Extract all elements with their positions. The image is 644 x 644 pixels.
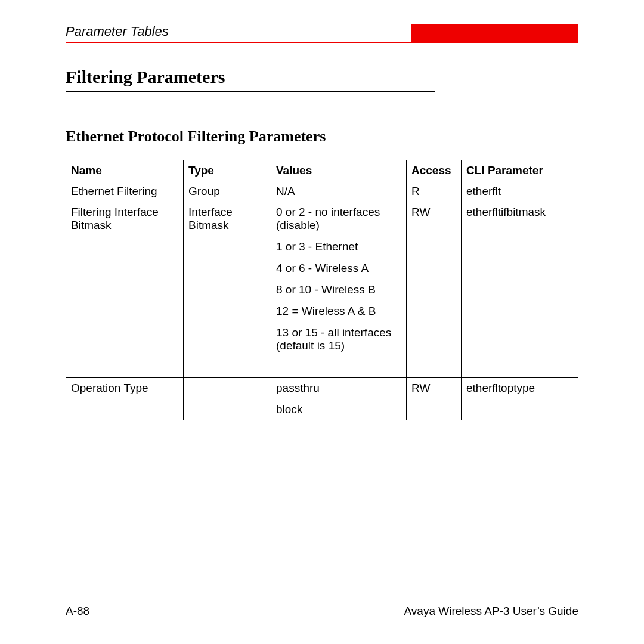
- col-header-values: Values: [271, 160, 407, 181]
- page-header: Parameter Tables: [66, 24, 578, 43]
- col-header-cli: CLI Parameter: [462, 160, 578, 181]
- page-title: Filtering Parameters: [66, 67, 435, 92]
- cell-type: Group: [184, 181, 271, 202]
- cell-access: RW: [407, 202, 462, 378]
- value-line: 1 or 3 - Ethernet: [276, 240, 401, 253]
- table-header-row: Name Type Values Access CLI Parameter: [66, 160, 578, 181]
- section-title: Parameter Tables: [66, 24, 169, 42]
- value-line: 12 = Wireless A & B: [276, 305, 401, 318]
- cell-access: RW: [407, 378, 462, 420]
- cell-cli: etherfltoptype: [462, 378, 578, 420]
- value-line: 13 or 15 - all interfaces (default is 15…: [276, 326, 401, 352]
- cell-name: Filtering Interface Bitmask: [66, 202, 184, 378]
- page-footer: A-88 Avaya Wireless AP-3 User’s Guide: [66, 605, 578, 618]
- col-header-name: Name: [66, 160, 184, 181]
- col-header-type: Type: [184, 160, 271, 181]
- page-number: A-88: [66, 605, 89, 618]
- cell-name: Ethernet Filtering: [66, 181, 184, 202]
- cell-values: N/A: [271, 181, 407, 202]
- spacer: [276, 361, 401, 374]
- cell-values: passthrublock: [271, 378, 407, 420]
- parameters-table: Name Type Values Access CLI Parameter Et…: [66, 160, 578, 420]
- value-line: 8 or 10 - Wireless B: [276, 283, 401, 296]
- col-header-access: Access: [407, 160, 462, 181]
- brand-color-block: [411, 24, 578, 42]
- subsection-title: Ethernet Protocol Filtering Parameters: [66, 128, 578, 145]
- cell-values: 0 or 2 - no interfaces (disable)1 or 3 -…: [271, 202, 407, 378]
- cell-type: [184, 378, 271, 420]
- table-row: Operation TypepassthrublockRWetherfltopt…: [66, 378, 578, 420]
- value-line: N/A: [276, 185, 401, 198]
- cell-cli: etherflt: [462, 181, 578, 202]
- table-row: Ethernet FilteringGroupN/ARetherflt: [66, 181, 578, 202]
- cell-name: Operation Type: [66, 378, 184, 420]
- table-row: Filtering Interface BitmaskInterface Bit…: [66, 202, 578, 378]
- document-title: Avaya Wireless AP-3 User’s Guide: [404, 605, 578, 618]
- value-line: 4 or 6 - Wireless A: [276, 262, 401, 275]
- value-line: passthru: [276, 382, 401, 395]
- value-line: 0 or 2 - no interfaces (disable): [276, 206, 401, 232]
- cell-access: R: [407, 181, 462, 202]
- value-line: block: [276, 403, 401, 416]
- cell-type: Interface Bitmask: [184, 202, 271, 378]
- cell-cli: etherfltifbitmask: [462, 202, 578, 378]
